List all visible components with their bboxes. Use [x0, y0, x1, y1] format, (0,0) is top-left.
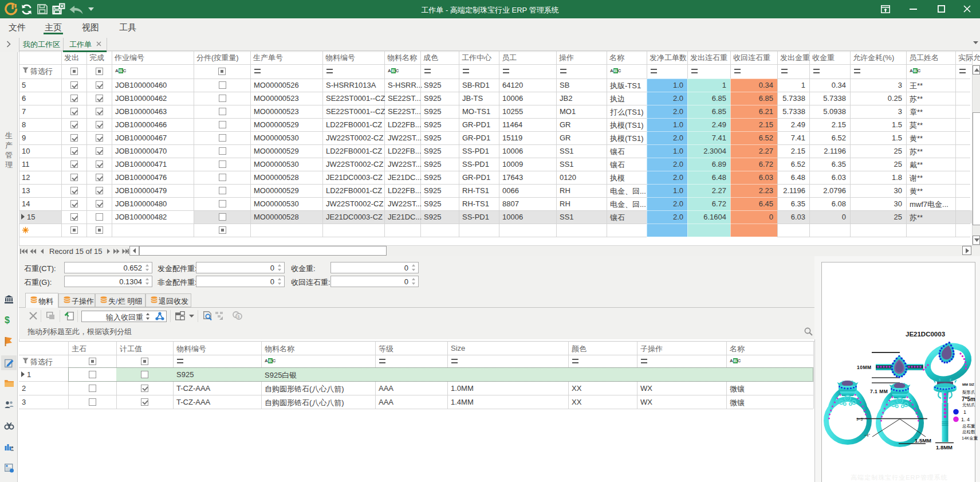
svg-text:1.5MM: 1.5MM — [915, 437, 931, 444]
svg-text:MM SIZ: MM SIZ — [962, 383, 974, 386]
svg-text:9~3': 9~3' — [856, 417, 863, 421]
svg-text:7*5m: 7*5m — [962, 396, 975, 402]
svg-text:总石重: 总石重 — [962, 424, 975, 429]
svg-text:总粒数: 总粒数 — [962, 429, 975, 434]
svg-text:JE21DC0003: JE21DC0003 — [906, 331, 945, 338]
svg-text:10MM: 10MM — [857, 365, 872, 370]
svg-text:1: 1 — [963, 409, 966, 415]
svg-text:$: $ — [238, 315, 240, 319]
svg-text:14K金重: 14K金重 — [962, 436, 978, 441]
svg-text:元钻爪: 元钻爪 — [962, 402, 975, 407]
svg-text:~4'': ~4'' — [864, 433, 870, 437]
svg-text:7.1 MM: 7.1 MM — [870, 389, 888, 394]
svg-text:1. 4: 1. 4 — [961, 417, 970, 422]
svg-text:梨形爪: 梨形爪 — [962, 390, 975, 395]
svg-text:1.8MM: 1.8MM — [936, 444, 953, 450]
